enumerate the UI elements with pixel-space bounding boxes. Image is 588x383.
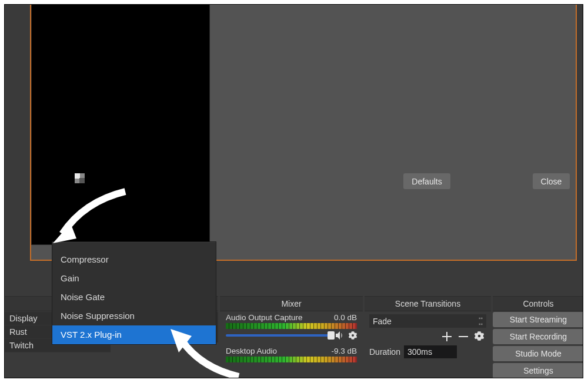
plus-icon[interactable] <box>442 331 452 342</box>
mixer-header: Mixer <box>220 296 363 311</box>
duration-label: Duration <box>369 347 400 357</box>
gear-icon[interactable] <box>475 331 484 342</box>
mixer-channel-db: -9.3 dB <box>331 347 357 355</box>
transparency-checker-icon <box>75 173 85 183</box>
controls-panel: Start Streaming Start Recording Studio M… <box>493 312 583 378</box>
start-streaming-button[interactable]: Start Streaming <box>493 312 583 327</box>
menu-item-compressor[interactable]: Compressor <box>52 250 216 269</box>
obs-window: Defaults Close S Mixer Scene Transitions… <box>4 4 583 378</box>
close-button[interactable]: Close <box>533 173 570 189</box>
minus-icon[interactable] <box>458 331 469 342</box>
transitions-header: Scene Transitions <box>365 296 491 311</box>
speaker-icon[interactable] <box>336 331 345 340</box>
defaults-button[interactable]: Defaults <box>403 173 450 189</box>
start-recording-button[interactable]: Start Recording <box>493 329 583 344</box>
transition-select[interactable]: Fade ▪▪▪▪ <box>369 314 486 328</box>
volume-slider-thumb[interactable] <box>328 331 335 340</box>
dropdown-grip-icon: ▪▪▪▪ <box>479 315 483 327</box>
audio-meter <box>226 357 357 362</box>
annotation-arrow-bottom <box>168 327 245 378</box>
transition-selected: Fade <box>373 317 392 326</box>
mixer-channel-db: 0.0 dB <box>334 313 357 322</box>
duration-input[interactable] <box>404 345 457 358</box>
transitions-panel: Fade ▪▪▪▪ Duration <box>365 312 491 361</box>
annotation-arrow-top <box>52 187 134 251</box>
audio-meter <box>226 323 357 329</box>
menu-item-noise-gate[interactable]: Noise Gate <box>52 288 216 307</box>
gear-icon[interactable] <box>349 331 357 340</box>
studio-mode-button[interactable]: Studio Mode <box>493 346 583 361</box>
controls-header: Controls <box>493 296 583 311</box>
mixer-channel-name: Audio Output Capture <box>226 313 303 322</box>
settings-button[interactable]: Settings <box>493 363 583 378</box>
menu-item-gain[interactable]: Gain <box>52 269 216 288</box>
menu-item-noise-suppression[interactable]: Noise Suppression <box>52 307 216 325</box>
